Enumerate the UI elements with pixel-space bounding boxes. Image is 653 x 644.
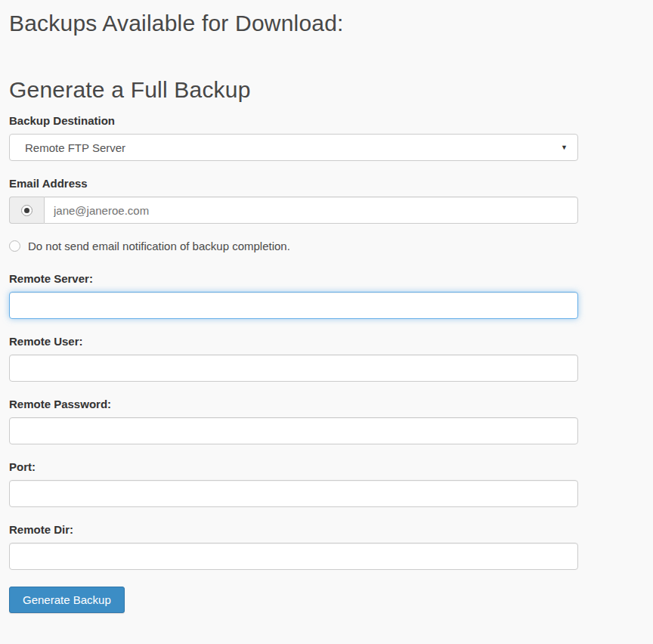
email-address-label: Email Address: [9, 177, 578, 190]
port-label: Port:: [9, 460, 578, 473]
remote-password-label: Remote Password:: [9, 398, 578, 410]
generate-full-backup-section: Generate a Full Backup Backup Destinatio…: [9, 77, 578, 614]
section-title: Generate a Full Backup: [9, 77, 578, 104]
remote-user-label: Remote User:: [9, 335, 578, 348]
email-radio-addon: [9, 197, 44, 224]
remote-dir-label: Remote Dir:: [9, 523, 578, 536]
no-notification-radio[interactable]: [9, 240, 20, 252]
remote-server-field[interactable]: [9, 292, 578, 319]
email-input-group: [9, 197, 578, 224]
page-title: Backups Available for Download:: [9, 11, 644, 37]
remote-server-label: Remote Server:: [9, 272, 578, 285]
backup-destination-label: Backup Destination: [9, 114, 578, 127]
port-field[interactable]: [9, 480, 578, 507]
no-notification-label: Do not send email notification of backup…: [28, 240, 290, 252]
generate-backup-button[interactable]: Generate Backup: [9, 587, 125, 613]
remote-password-field[interactable]: [9, 417, 578, 444]
email-field[interactable]: [44, 197, 578, 224]
no-notification-option[interactable]: Do not send email notification of backup…: [9, 240, 578, 252]
email-notification-radio[interactable]: [21, 205, 32, 216]
remote-dir-field[interactable]: [9, 543, 578, 570]
backup-page: Backups Available for Download: Generate…: [0, 0, 653, 613]
backup-destination-selected-value: Remote FTP Server: [25, 141, 125, 154]
remote-user-field[interactable]: [9, 355, 578, 382]
backup-destination-select[interactable]: Remote FTP Server ▼: [9, 134, 578, 161]
chevron-down-icon: ▼: [561, 144, 568, 151]
